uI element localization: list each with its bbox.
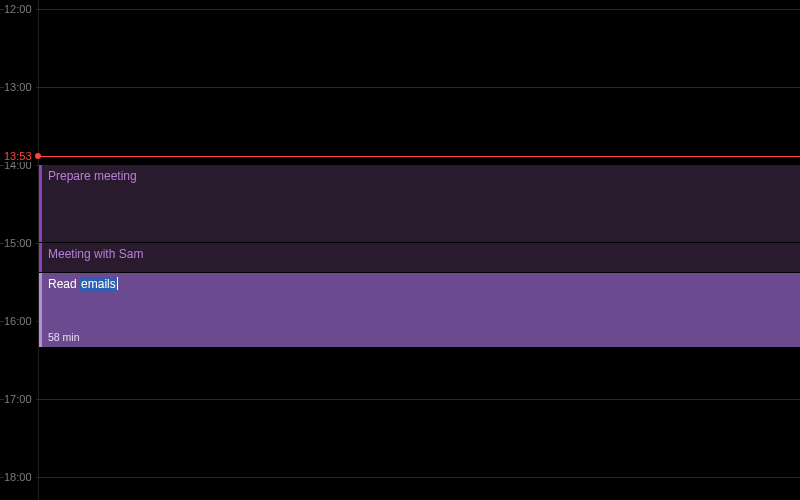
hour-label: 18:00 [4,471,36,483]
hour-gridline: 17:00 [0,399,800,477]
calendar-event-selected[interactable]: Read emails58 min [39,273,800,348]
event-title-text-selection: emails [80,277,117,291]
hour-label: 13:00 [4,81,36,93]
calendar-event[interactable]: Meeting with Sam [39,243,800,272]
hour-label: 12:00 [4,3,36,15]
event-duration-label: 58 min [48,331,80,343]
hour-label: 15:00 [4,237,36,249]
day-timeline[interactable]: 12:0013:0014:0015:0016:0017:0018:00 13:5… [0,0,800,500]
event-title: Meeting with Sam [48,247,792,261]
event-title[interactable]: Read emails [48,277,792,291]
hour-gridline: 12:00 [0,9,800,87]
hour-gridline: 18:00 [0,477,800,500]
text-caret-icon [117,277,118,290]
event-title: Prepare meeting [48,169,792,183]
current-time-indicator [38,156,800,157]
calendar-event[interactable]: Prepare meeting [39,165,800,242]
hour-label: 16:00 [4,315,36,327]
current-time-label: 13:53 [4,150,35,162]
hour-gridline: 13:00 [0,87,800,165]
event-title-text: Read [48,277,80,291]
hour-label: 17:00 [4,393,36,405]
